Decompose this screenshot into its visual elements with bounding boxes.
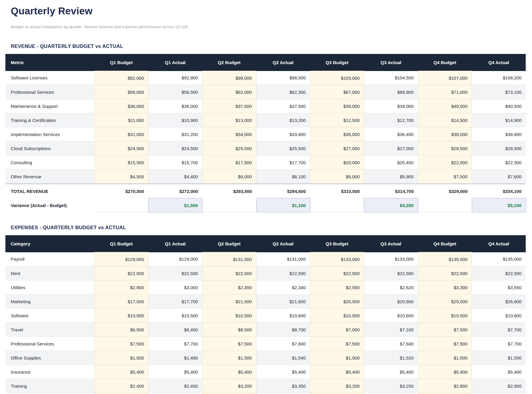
column-header-q4-actual: Q4 Actual xyxy=(472,235,526,252)
table-row: Software$10,500$10,500$10,500$10,600$10,… xyxy=(5,309,526,323)
table-header-row: CategoryQ1 BudgetQ1 ActualQ2 BudgetQ2 Ac… xyxy=(5,235,526,252)
revenue-section-title: REVENUE - QUARTERLY BUDGET vs ACTUAL xyxy=(11,43,527,49)
budget-value-cell: $6,000 xyxy=(202,170,256,184)
actual-value-cell: $20,400 xyxy=(364,156,418,170)
budget-value-cell: $98,000 xyxy=(202,71,256,85)
actual-value-cell: $10,500 xyxy=(148,309,202,323)
expenses-section: EXPENSES - QUARTERLY BUDGET vs ACTUAL Ca… xyxy=(5,224,527,394)
budget-value-cell: $15,500 xyxy=(94,156,148,170)
table-row: Professional Services$7,500$7,700$7,500$… xyxy=(5,337,526,351)
budget-value-cell: $40,500 xyxy=(418,99,472,113)
page-title: Quarterly Review xyxy=(11,5,527,17)
table-row: Utilities$2,900$3,000$2,450$2,340$2,550$… xyxy=(5,280,526,295)
budget-value-cell: $5,400 xyxy=(418,365,472,379)
row-label-cell: Equipment xyxy=(5,393,94,394)
table-row: Rent$22,500$22,500$22,500$22,500$22,500$… xyxy=(5,266,526,280)
actual-value-cell: $1,550 xyxy=(472,351,526,365)
budget-value-cell: $20,500 xyxy=(310,295,364,309)
actual-value-cell: $5,900 xyxy=(364,170,418,184)
actual-value-cell: $26,600 xyxy=(472,295,526,309)
row-label-cell: Other Revenue xyxy=(5,170,94,184)
budget-value-cell: $7,500 xyxy=(94,337,148,351)
budget-value-cell: $7,500 xyxy=(310,337,364,351)
actual-value-cell: $7,600 xyxy=(364,337,418,351)
row-label-cell: Utilities xyxy=(5,280,94,295)
budget-value-cell: $5,400 xyxy=(94,365,148,379)
actual-value-cell: $37,500 xyxy=(256,99,310,113)
budget-value-cell: $10,500 xyxy=(202,309,256,323)
budget-value-cell: $56,000 xyxy=(94,85,148,99)
total-value-cell: $272,000 xyxy=(148,184,202,198)
budget-value-cell: $10,500 xyxy=(310,309,364,323)
actual-value-cell: $7,100 xyxy=(364,323,418,337)
variance-empty-cell xyxy=(202,198,256,212)
actual-value-cell: $15,700 xyxy=(148,156,202,170)
row-label-cell: Implementation Services xyxy=(5,127,94,141)
budget-value-cell: $22,000 xyxy=(418,156,472,170)
budget-value-cell: $135,000 xyxy=(418,252,472,266)
actual-value-cell: $3,550 xyxy=(472,280,526,295)
budget-value-cell: $62,000 xyxy=(202,85,256,99)
table-row: Maintenance & Support$36,000$36,000$37,5… xyxy=(5,99,526,113)
column-header-q3-actual: Q3 Actual xyxy=(364,235,418,252)
actual-value-cell: $135,000 xyxy=(472,252,526,266)
actual-value-cell: $5,400 xyxy=(472,365,526,379)
actual-value-cell: $22,500 xyxy=(472,156,526,170)
budget-value-cell: $3,600 xyxy=(94,393,148,394)
budget-value-cell: $22,500 xyxy=(94,266,148,280)
variance-empty-cell xyxy=(94,198,148,212)
budget-value-cell: $1,500 xyxy=(310,351,364,365)
column-header-q2-budget: Q2 Budget xyxy=(202,235,256,252)
actual-value-cell: $38,800 xyxy=(472,127,526,141)
budget-value-cell: $133,000 xyxy=(310,252,364,266)
column-header-q1-actual: Q1 Actual xyxy=(148,54,202,71)
actual-value-cell: $62,300 xyxy=(256,85,310,99)
budget-value-cell: $7,500 xyxy=(202,337,256,351)
table-row: Training & Certification$11,000$10,900$1… xyxy=(5,113,526,127)
row-label-cell: Consulting xyxy=(5,156,94,170)
column-header-q2-actual: Q2 Actual xyxy=(256,235,310,252)
row-label-cell: Cloud Subscriptions xyxy=(5,141,94,156)
actual-value-cell: $92,800 xyxy=(148,71,202,85)
budget-value-cell: $22,500 xyxy=(418,266,472,280)
actual-value-cell: $21,600 xyxy=(256,295,310,309)
actual-value-cell: $4,100 xyxy=(472,393,526,394)
actual-value-cell: $25,500 xyxy=(256,141,310,156)
row-label-cell: Travel xyxy=(5,323,94,337)
actual-value-cell: $6,400 xyxy=(148,323,202,337)
total-label-cell: TOTAL REVENUE xyxy=(5,184,94,198)
actual-value-cell: $4,400 xyxy=(148,170,202,184)
table-row: Implementation Services$31,000$31,200$34… xyxy=(5,127,526,141)
budget-value-cell: $37,500 xyxy=(202,99,256,113)
revenue-table: MetricQ1 BudgetQ1 ActualQ2 BudgetQ2 Actu… xyxy=(5,54,526,212)
actual-value-cell: $98,500 xyxy=(256,71,310,85)
actual-value-cell: $2,950 xyxy=(472,379,526,393)
table-row: Travel$6,500$6,400$8,500$8,700$7,000$7,1… xyxy=(5,323,526,337)
budget-value-cell: $11,000 xyxy=(94,113,148,127)
expenses-section-title: EXPENSES - QUARTERLY BUDGET vs ACTUAL xyxy=(11,224,527,230)
budget-value-cell: $3,200 xyxy=(310,379,364,393)
total-value-cell: $270,500 xyxy=(94,184,148,198)
budget-value-cell: $39,000 xyxy=(310,99,364,113)
row-label-cell: Insurance xyxy=(5,365,94,379)
column-header-metric: Metric xyxy=(5,54,94,71)
budget-value-cell: $25,500 xyxy=(202,141,256,156)
budget-value-cell: $20,000 xyxy=(310,156,364,170)
row-label-cell: Maintenance & Support xyxy=(5,99,94,113)
quarterly-review-page: Quarterly Review Budget vs actual compar… xyxy=(0,0,532,394)
actual-value-cell: $27,000 xyxy=(364,141,418,156)
budget-value-cell: $7,000 xyxy=(310,323,364,337)
total-value-cell: $329,000 xyxy=(418,184,472,198)
row-label-cell: Rent xyxy=(5,266,94,280)
budget-value-cell: $6,000 xyxy=(310,170,364,184)
budget-value-cell: $71,000 xyxy=(418,85,472,99)
page-subtitle: Budget vs actual comparison by quarter. … xyxy=(11,25,527,29)
budget-value-cell: $3,300 xyxy=(418,280,472,295)
actual-value-cell: $10,900 xyxy=(148,113,202,127)
column-header-q4-budget: Q4 Budget xyxy=(418,235,472,252)
table-row: Cloud Subscriptions$24,500$24,500$25,500… xyxy=(5,141,526,156)
actual-value-cell: $6,100 xyxy=(256,170,310,184)
actual-value-cell: $24,500 xyxy=(148,141,202,156)
total-value-cell: $314,700 xyxy=(364,184,418,198)
actual-value-cell: $33,800 xyxy=(256,127,310,141)
